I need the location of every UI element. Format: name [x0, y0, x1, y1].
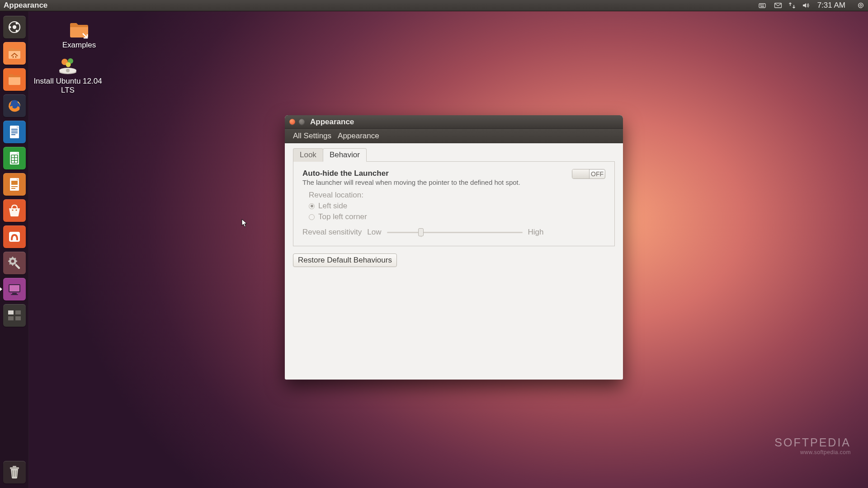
- folder-icon: [68, 21, 90, 39]
- close-icon[interactable]: [289, 119, 295, 125]
- svg-rect-34: [15, 310, 21, 314]
- svg-point-24: [12, 210, 13, 211]
- svg-rect-22: [11, 186, 18, 187]
- radio-label: Top left corner: [318, 212, 367, 221]
- sensitivity-label: Reveal sensitivity: [302, 228, 362, 237]
- breadcrumb: All Settings Appearance: [285, 129, 623, 143]
- watermark-brand: SOFTPEDIA: [774, 436, 851, 449]
- svg-rect-32: [11, 294, 18, 295]
- radio-top-left: Top left corner: [309, 212, 605, 221]
- svg-point-9: [12, 25, 16, 29]
- radio-icon: [309, 203, 315, 209]
- svg-point-12: [15, 30, 18, 32]
- svg-point-41: [66, 69, 70, 72]
- svg-rect-2: [761, 5, 762, 5]
- svg-rect-23: [11, 188, 15, 189]
- svg-rect-38: [13, 466, 16, 467]
- launcher-calc[interactable]: [3, 147, 26, 169]
- svg-rect-18: [11, 134, 15, 135]
- window-titlebar[interactable]: Appearance: [285, 115, 623, 129]
- svg-point-10: [9, 26, 11, 28]
- svg-point-44: [66, 62, 71, 67]
- top-panel: Appearance 7:31 AM: [0, 0, 868, 11]
- svg-rect-0: [759, 4, 765, 8]
- tabs: Look Behavior: [293, 148, 615, 162]
- sensitivity-high: High: [528, 228, 544, 237]
- launcher-files[interactable]: [3, 68, 26, 91]
- reveal-location-label: Reveal location:: [309, 191, 605, 200]
- tab-look[interactable]: Look: [293, 148, 323, 162]
- svg-point-11: [15, 22, 18, 24]
- svg-rect-37: [10, 467, 19, 469]
- tab-behavior[interactable]: Behavior: [323, 148, 367, 162]
- messages-indicator-icon[interactable]: [774, 2, 782, 9]
- minimize-icon[interactable]: [299, 119, 305, 125]
- svg-rect-7: [863, 7, 864, 9]
- svg-rect-17: [11, 132, 18, 133]
- svg-rect-31: [12, 293, 17, 294]
- window-title: Appearance: [310, 117, 354, 127]
- svg-rect-35: [8, 316, 14, 320]
- launcher-system-settings[interactable]: [3, 252, 26, 274]
- launcher-dash[interactable]: [3, 16, 26, 38]
- breadcrumb-current[interactable]: Appearance: [338, 131, 379, 141]
- active-app-label: Appearance: [4, 1, 47, 10]
- launcher-ubuntu-one[interactable]: [3, 225, 26, 248]
- behavior-panel: Auto-hide the Launcher The launcher will…: [293, 162, 615, 246]
- radio-icon: [309, 214, 315, 220]
- launcher-firefox[interactable]: [3, 94, 26, 117]
- svg-rect-36: [15, 316, 21, 320]
- svg-point-28: [11, 260, 14, 263]
- launcher-appearance[interactable]: [3, 278, 26, 300]
- launcher-trash[interactable]: [3, 461, 26, 483]
- launcher-impress[interactable]: [3, 173, 26, 196]
- radio-left-side: Left side: [309, 202, 605, 211]
- desktop-icon-label: Examples: [43, 41, 115, 50]
- radio-label: Left side: [318, 202, 347, 211]
- launcher-software-center[interactable]: [3, 199, 26, 222]
- autohide-switch[interactable]: OFF: [572, 169, 605, 179]
- watermark: SOFTPEDIA www.softpedia.com: [774, 436, 851, 455]
- launcher-workspace-switcher[interactable]: [3, 304, 26, 327]
- clock[interactable]: 7:31 AM: [817, 1, 845, 10]
- svg-rect-16: [11, 131, 18, 131]
- svg-rect-3: [763, 5, 764, 5]
- appearance-window: Appearance All Settings Appearance Look …: [285, 115, 623, 380]
- network-indicator-icon[interactable]: [788, 2, 796, 9]
- cursor-icon: [241, 219, 248, 228]
- svg-rect-26: [9, 232, 20, 242]
- switch-knob: [572, 169, 590, 178]
- svg-rect-1: [760, 5, 761, 5]
- svg-point-25: [15, 210, 17, 211]
- autohide-desc: The launcher will reveal when moving the…: [302, 178, 520, 186]
- breadcrumb-all-settings[interactable]: All Settings: [293, 131, 331, 141]
- unity-launcher: [0, 11, 29, 488]
- switch-state: OFF: [590, 170, 605, 178]
- sound-indicator-icon[interactable]: [802, 2, 810, 9]
- launcher-home-folder[interactable]: [3, 42, 26, 65]
- svg-rect-30: [9, 285, 19, 291]
- desktop-icon-examples[interactable]: Examples: [43, 21, 115, 50]
- svg-rect-21: [11, 181, 18, 185]
- watermark-url: www.softpedia.com: [774, 449, 851, 455]
- svg-rect-4: [760, 6, 764, 7]
- svg-rect-15: [11, 129, 18, 130]
- svg-rect-33: [8, 310, 14, 314]
- session-indicator-icon[interactable]: [857, 2, 864, 9]
- launcher-writer[interactable]: [3, 121, 26, 143]
- installer-icon: [57, 57, 79, 75]
- autohide-heading: Auto-hide the Launcher: [302, 169, 520, 178]
- sensitivity-low: Low: [367, 228, 381, 237]
- desktop-icon-install[interactable]: Install Ubuntu 12.04 LTS: [32, 57, 104, 95]
- restore-defaults-button[interactable]: Restore Default Behaviours: [293, 253, 397, 267]
- keyboard-indicator-icon[interactable]: [759, 2, 768, 9]
- sensitivity-slider: [387, 228, 523, 236]
- desktop-icon-label: Install Ubuntu 12.04 LTS: [32, 77, 104, 95]
